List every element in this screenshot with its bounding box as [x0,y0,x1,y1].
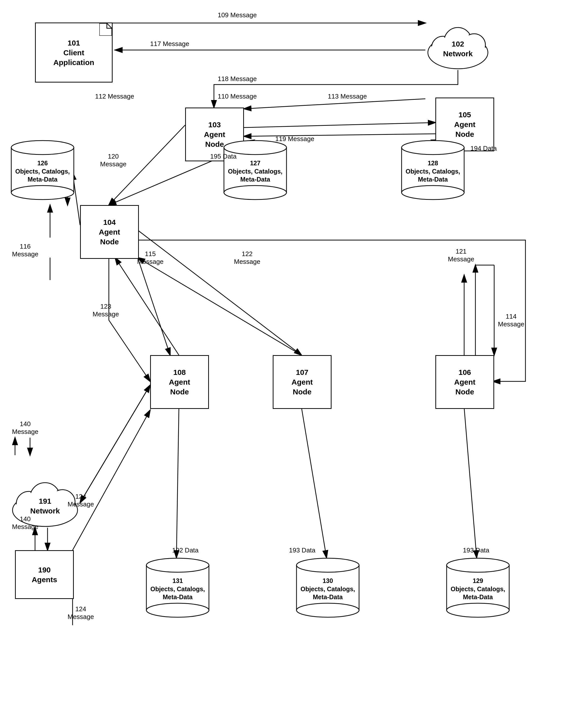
node-102-label: 102 Network [443,39,473,58]
db-129-label: 129 Objects, Catalogs, Meta-Data [451,577,505,601]
diagram: 101 Client Application 102 Network 103 A… [0,0,588,702]
label-113: 113 Message [328,93,367,100]
svg-line-32 [464,407,477,558]
svg-point-51 [11,140,74,154]
svg-line-17 [137,258,301,355]
label-124a: 124 Message [68,493,94,508]
node-106-label: 106 Agent Node [454,367,475,397]
label-119: 119 Message [275,135,314,143]
svg-line-4 [244,99,425,109]
svg-point-55 [224,186,287,200]
db-131: 131 Objects, Catalogs, Meta-Data [145,558,210,618]
svg-point-60 [447,558,509,572]
node-104-label: 104 Agent Node [99,217,120,247]
label-118: 118 Message [218,75,257,83]
label-112: 112 Message [95,93,134,100]
node-103-label: 103 Agent Node [204,120,225,149]
node-191-label: 191 Network [30,496,60,516]
label-109: 109 Message [218,11,257,19]
svg-line-5 [244,123,435,128]
label-110: 110 Message [218,93,257,100]
label-114: 114 Message [498,313,524,328]
node-108: 108 Agent Node [150,355,209,409]
db-128-label: 128 Objects, Catalogs, Meta-Data [406,159,460,184]
node-101-label: 101 Client Application [53,38,94,67]
label-116: 116 Message [12,243,38,258]
svg-line-15 [115,258,179,355]
label-140a: 140 Message [12,420,38,436]
db-131-label: 131 Objects, Catalogs, Meta-Data [151,577,205,601]
svg-point-67 [146,603,209,617]
svg-point-63 [296,558,359,572]
db-126: 126 Objects, Catalogs, Meta-Data [10,140,75,200]
label-123: 123 Message [93,303,119,318]
label-121: 121 Message [448,248,474,263]
label-193b: 193 Data [463,547,489,554]
db-130-label: 130 Objects, Catalogs, Meta-Data [300,577,355,601]
label-124b: 124 Message [68,605,94,621]
svg-line-7 [244,134,435,136]
label-122: 122 Message [234,250,261,266]
node-101: 101 Client Application [35,22,113,83]
node-105-label: 105 Agent Node [454,110,475,139]
svg-line-28 [73,410,150,550]
svg-point-66 [146,558,209,572]
svg-line-24 [80,385,150,503]
node-104: 104 Agent Node [80,205,139,259]
node-108-label: 108 Agent Node [169,367,190,397]
label-193a: 193 Data [289,547,315,554]
db-127: 127 Objects, Catalogs, Meta-Data [223,140,288,200]
svg-line-33 [137,230,301,355]
svg-line-25 [80,385,150,503]
svg-point-57 [402,140,464,154]
node-190: 190 Agents [15,550,74,599]
svg-point-58 [402,186,464,200]
label-140b: 140 Message [12,515,38,531]
svg-point-61 [447,603,509,617]
label-194: 194 Data [470,144,497,152]
svg-point-64 [296,603,359,617]
db-127-label: 127 Objects, Catalogs, Meta-Data [228,159,283,184]
label-117: 117 Message [150,40,189,48]
svg-point-52 [11,186,74,200]
svg-line-30 [176,407,179,558]
db-129: 129 Objects, Catalogs, Meta-Data [446,558,510,618]
svg-line-16 [137,258,170,355]
node-106: 106 Agent Node [435,355,494,409]
node-107: 107 Agent Node [273,355,331,409]
db-128: 128 Objects, Catalogs, Meta-Data [400,140,465,200]
node-102: 102 Network [425,20,490,70]
node-107-label: 107 Agent Node [292,367,313,397]
node-190-label: 190 Agents [32,565,57,584]
label-115: 115 Message [137,250,164,266]
label-120: 120 Message [100,152,127,168]
label-192: 192 Data [172,547,199,554]
db-126-label: 126 Objects, Catalogs, Meta-Data [15,159,70,184]
svg-line-31 [301,407,326,558]
db-130: 130 Objects, Catalogs, Meta-Data [295,558,360,618]
